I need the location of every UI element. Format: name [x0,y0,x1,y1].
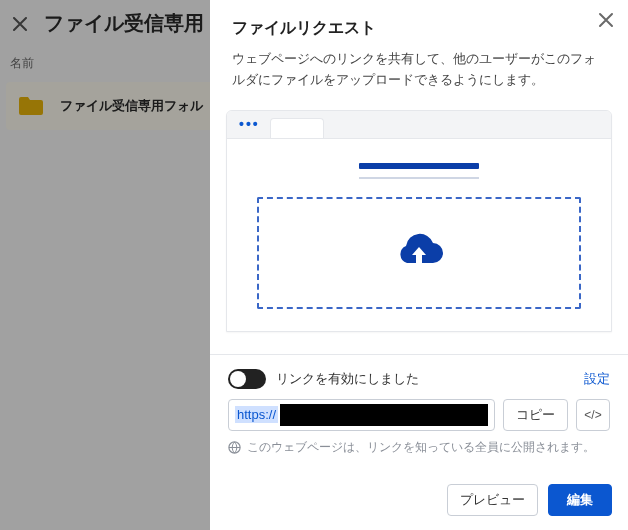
browser-tab [270,118,324,138]
preview-subheading-placeholder [359,177,479,179]
visibility-note: このウェブページは、リンクを知っている全員に公開されます。 [247,439,595,456]
embed-icon: </> [584,408,601,422]
toggle-knob [230,371,246,387]
share-url-field[interactable]: https:// [228,399,495,431]
upload-page-preview: ••• [226,110,612,332]
preview-heading-placeholder [359,163,479,169]
close-icon [598,12,614,28]
copy-button[interactable]: コピー [503,399,568,431]
preview-dropzone [257,197,581,309]
panel-title: ファイルリクエスト [232,18,606,39]
file-request-panel: ファイルリクエスト ウェブページへのリンクを共有して、他のユーザーがこのフォルダ… [210,0,628,530]
preview-button[interactable]: プレビュー [447,484,538,516]
edit-button[interactable]: 編集 [548,484,612,516]
toggle-label: リンクを有効にしました [276,370,419,388]
link-enabled-toggle[interactable] [228,369,266,389]
settings-link[interactable]: 設定 [584,370,610,388]
url-redacted [280,404,488,426]
panel-description: ウェブページへのリンクを共有して、他のユーザーがこのフォルダにファイルをアップロ… [232,49,606,92]
embed-button[interactable]: </> [576,399,610,431]
panel-close-button[interactable] [592,6,620,34]
browser-menu-icon: ••• [235,116,264,138]
cloud-upload-icon [393,233,445,273]
url-protocol: https:// [235,406,278,423]
globe-icon [228,441,241,454]
